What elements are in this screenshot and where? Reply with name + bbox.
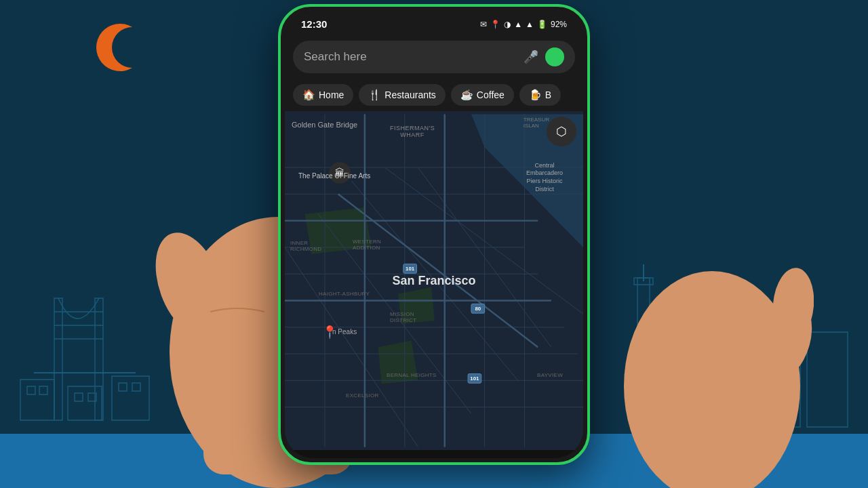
svg-text:80: 80 [475,306,481,312]
chip-bars-label: B [545,89,551,100]
golden-gate-label: Golden Gate Bridge [292,121,357,129]
phone-inner: 12:30 ✉ 📍 ◑ ▲ ▲ 🔋 92% Search here 🎤 🏠 [285,11,583,458]
bayview-label: BAYVIEW [537,372,563,378]
microphone-icon[interactable]: 🎤 [524,49,538,64]
chips-row: 🏠 Home 🍴 Restaurants ☕ Coffee 🍺 B [285,80,583,111]
profile-dot[interactable] [545,47,564,66]
status-icons: ✉ 📍 ◑ ▲ ▲ 🔋 92% [480,20,567,29]
search-placeholder[interactable]: Search here [304,50,517,64]
chip-restaurants-label: Restaurants [384,89,435,100]
svg-rect-8 [112,376,149,420]
svg-rect-14 [132,383,140,391]
san-francisco-label: San Francisco [392,274,475,288]
moon-icon [95,20,149,75]
svg-rect-7 [68,386,102,420]
fishermans-wharf-label: FISHERMAN'SWHARF [390,125,435,138]
chip-coffee-label: Coffee [477,89,505,100]
svg-rect-6 [20,380,54,420]
svg-text:101: 101 [470,375,479,382]
embarcadero-label: CentralEmbarcaderoPiers HistoricDistrict [526,162,563,194]
svg-rect-9 [27,386,35,394]
layers-icon: ⬡ [556,124,567,139]
battery-percent: 92% [551,20,567,29]
location-icon: 📍 [490,20,500,29]
chip-home-label: Home [319,89,344,100]
hand-right [610,217,814,488]
treasure-island-label: TREASURISLAN [524,117,549,129]
layer-button[interactable]: ⬡ [547,117,576,146]
signal-icon: ▲ [526,20,534,29]
home-icon: 🏠 [302,89,315,101]
mission-district-label: MISSIONDISTRICT [390,311,416,323]
twin-peaks-label: n Peaks [332,328,357,336]
western-addition-label: WESTERNADDITION [353,239,381,251]
bernal-heights-label: BERNAL HEIGHTS [387,372,437,378]
chip-restaurants[interactable]: 🍴 Restaurants [359,84,445,106]
chip-bars[interactable]: 🍺 B [519,84,561,106]
bars-icon: 🍺 [529,89,542,101]
status-time: 12:30 [301,18,327,30]
coffee-icon: ☕ [460,89,473,101]
message-icon: ✉ [480,20,487,29]
wifi-icon: ▲ [514,20,522,29]
svg-rect-13 [119,383,127,391]
palace-label: The Palace Of Fine Arts [298,172,370,180]
inner-richmond-label: INNERRICHMOND [290,240,321,252]
map-area[interactable]: 101 80 101 Golden Gate Bridge FISHERMAN'… [285,111,583,450]
svg-rect-0 [54,298,62,420]
status-bar: 12:30 ✉ 📍 ◑ ▲ ▲ 🔋 92% [285,11,583,35]
svg-rect-11 [75,393,83,401]
phone-frame: 12:30 ✉ 📍 ◑ ▲ ▲ 🔋 92% Search here 🎤 🏠 [278,4,590,465]
half-circle-icon: ◑ [504,20,511,29]
haight-ashbury-label: HAIGHT-ASHBURY [319,291,370,297]
search-bar[interactable]: Search here 🎤 [293,41,575,73]
chip-home[interactable]: 🏠 Home [293,84,353,106]
search-area: Search here 🎤 [285,35,583,80]
svg-text:101: 101 [406,266,415,272]
chip-coffee[interactable]: ☕ Coffee [451,84,514,106]
restaurants-icon: 🍴 [368,89,381,101]
excelsior-label: EXCELSIOR [346,392,379,399]
battery-icon: 🔋 [537,20,547,29]
svg-rect-10 [39,386,47,394]
